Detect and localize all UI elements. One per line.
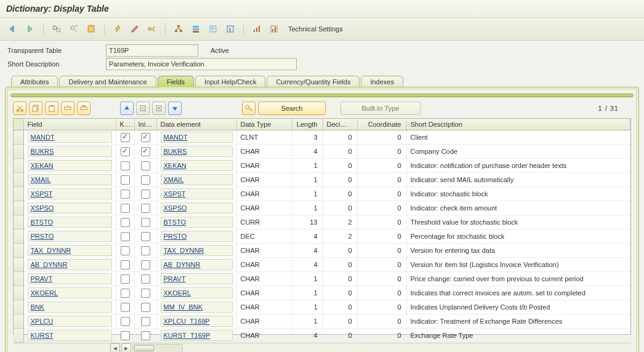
transparent-table-field[interactable]: T169P <box>106 44 198 57</box>
cell-field[interactable]: PRAVT <box>23 272 116 286</box>
cell-initial[interactable] <box>134 272 156 286</box>
row-selector[interactable] <box>14 201 23 215</box>
cell-data-element[interactable]: XKOERL <box>156 286 236 300</box>
tab-currency-quantity[interactable]: Currency/Quantity Fields <box>267 76 360 87</box>
cell-key[interactable] <box>116 286 134 300</box>
cell-initial[interactable] <box>134 215 156 230</box>
cell-data-element[interactable]: XPLCU_T169P <box>156 314 236 329</box>
cell-field[interactable]: BTSTO <box>23 215 116 230</box>
row-selector[interactable] <box>14 187 23 201</box>
cell-data-element[interactable]: XSPST <box>156 187 236 201</box>
cell-data-element[interactable]: PRSTO <box>156 230 236 244</box>
expand-detail-icon[interactable] <box>152 102 166 115</box>
graphic2-icon[interactable] <box>267 22 281 36</box>
row-selector[interactable] <box>14 258 23 272</box>
row-selector[interactable] <box>14 300 23 314</box>
cell-key[interactable] <box>116 173 134 187</box>
horizontal-scrollbar[interactable]: ◄ ► <box>14 343 630 352</box>
row-selector[interactable] <box>14 215 23 230</box>
back-icon[interactable] <box>6 22 20 36</box>
collapse-all-icon[interactable] <box>168 102 182 115</box>
cell-key[interactable] <box>116 187 134 201</box>
cell-key[interactable] <box>116 300 134 314</box>
cell-field[interactable]: PRSTO <box>23 230 116 244</box>
scroll-right-icon[interactable]: ► <box>121 343 131 352</box>
cell-key[interactable] <box>116 159 134 173</box>
cell-key[interactable] <box>116 258 134 272</box>
cell-data-element[interactable]: TAX_DYNNR <box>156 244 236 258</box>
row-selector[interactable] <box>14 130 23 145</box>
scroll-thumb[interactable] <box>134 345 154 351</box>
cell-key[interactable] <box>116 145 134 159</box>
cell-key[interactable] <box>116 201 134 215</box>
cell-field[interactable]: XEKAN <box>23 159 116 173</box>
cell-initial[interactable] <box>134 286 156 300</box>
graphic1-icon[interactable] <box>250 22 264 36</box>
cell-initial[interactable] <box>134 173 156 187</box>
cell-initial[interactable] <box>134 230 156 244</box>
check-icon[interactable] <box>84 22 98 36</box>
cell-data-element[interactable]: BTSTO <box>156 215 236 230</box>
cell-field[interactable]: XKOERL <box>23 286 116 300</box>
scroll-left-icon[interactable]: ◄ <box>110 343 120 352</box>
row-selector[interactable] <box>14 329 23 343</box>
other-object-icon[interactable] <box>67 22 81 36</box>
collapse-detail-icon[interactable] <box>136 102 150 115</box>
activate-icon[interactable] <box>111 22 124 36</box>
cell-initial[interactable] <box>134 258 156 272</box>
cell-key[interactable] <box>116 244 134 258</box>
technical-settings-button[interactable]: Technical Settings <box>288 25 343 33</box>
tab-fields[interactable]: Fields <box>158 76 194 87</box>
display-change-icon[interactable] <box>50 22 63 36</box>
cell-data-element[interactable]: XMAIL <box>156 173 236 187</box>
hierarchy-icon[interactable] <box>172 22 185 36</box>
row-selector[interactable] <box>14 314 23 329</box>
cell-key[interactable] <box>116 314 134 329</box>
row-selector[interactable] <box>14 145 23 159</box>
col-short-description[interactable]: Short Description <box>406 119 630 130</box>
search-button[interactable]: Search <box>258 102 326 115</box>
cell-data-element[interactable]: XSPSO <box>156 201 236 215</box>
cell-field[interactable]: KURST <box>23 329 116 343</box>
cell-field[interactable]: XSPSO <box>23 201 116 215</box>
col-length[interactable]: Length <box>292 119 323 130</box>
cell-initial[interactable] <box>134 300 156 314</box>
cell-key[interactable] <box>116 329 134 343</box>
cell-key[interactable] <box>116 230 134 244</box>
tab-attributes[interactable]: Attributes <box>11 76 58 87</box>
col-coordinate[interactable]: Coordinate <box>357 119 406 130</box>
cell-field[interactable]: BNK <box>23 300 116 314</box>
cell-field[interactable]: XSPST <box>23 187 116 201</box>
cell-data-element[interactable]: PRAVT <box>156 272 236 286</box>
row-selector[interactable] <box>14 244 23 258</box>
cell-data-element[interactable]: XEKAN <box>156 159 236 173</box>
info-icon[interactable]: i <box>223 22 237 36</box>
tab-input-help-check[interactable]: Input Help/Check <box>195 76 265 87</box>
edit-icon[interactable] <box>128 22 142 36</box>
copy-icon[interactable] <box>29 102 42 115</box>
cell-initial[interactable] <box>134 244 156 258</box>
cell-initial[interactable] <box>134 201 156 215</box>
cell-initial[interactable] <box>134 314 156 329</box>
expand-all-icon[interactable] <box>120 102 134 115</box>
append-icon[interactable] <box>189 22 203 36</box>
cut-icon[interactable] <box>13 102 26 115</box>
cell-field[interactable]: AB_DYNNR <box>23 258 116 272</box>
tab-delivery-maintenance[interactable]: Delivery and Maintenance <box>59 76 156 87</box>
contents-icon[interactable] <box>206 22 220 36</box>
cell-field[interactable]: TAX_DYNNR <box>23 244 116 258</box>
row-selector[interactable] <box>14 230 23 244</box>
col-selector[interactable] <box>14 119 23 130</box>
scroll-track[interactable] <box>132 344 183 352</box>
tab-indexes[interactable]: Indexes <box>361 76 403 87</box>
cell-initial[interactable] <box>134 187 156 201</box>
col-field[interactable]: Field <box>23 119 116 130</box>
forward-icon[interactable] <box>23 22 37 36</box>
cell-field[interactable]: BUKRS <box>23 145 116 159</box>
col-initial[interactable]: Initi… <box>134 119 156 130</box>
col-data-type[interactable]: Data Type <box>236 119 292 130</box>
cell-initial[interactable] <box>134 329 156 343</box>
row-selector[interactable] <box>14 159 23 173</box>
cell-field[interactable]: MANDT <box>23 130 116 145</box>
cell-data-element[interactable]: KURST_T169P <box>156 329 236 343</box>
